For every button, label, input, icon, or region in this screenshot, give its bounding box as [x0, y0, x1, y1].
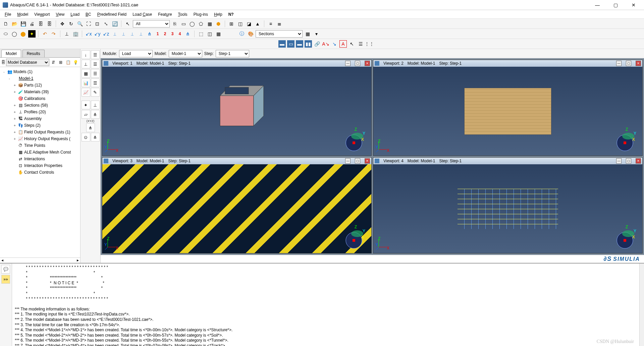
vp-maximize-icon[interactable]: ▢ [355, 158, 360, 164]
amp-edit-icon[interactable]: ✎ [91, 88, 100, 97]
menu-help[interactable]: Help [211, 11, 225, 18]
hidden-icon[interactable]: ◫ [236, 20, 244, 27]
viewport-4[interactable]: Viewport: 4 Model: Model-1 Step: Step-1 … [373, 157, 643, 253]
box2-icon[interactable]: ◫ [206, 30, 213, 38]
tree-node[interactable]: +⊥Profiles (20) [1, 109, 79, 115]
cycle-icon[interactable]: 🔄 [111, 20, 118, 27]
csys-xz-icon[interactable]: ⟂ [120, 30, 127, 38]
vp-minimize-icon[interactable]: — [345, 158, 351, 164]
menu-predefined-field[interactable]: Predefined Field [95, 11, 129, 18]
vp-maximize-icon[interactable]: ▢ [355, 61, 360, 66]
tree-node[interactable]: ⊡Interaction Properties [1, 162, 79, 169]
viewport-2[interactable]: Viewport: 2 Model: Model-1 Step: Step-1 … [373, 60, 643, 156]
message-console[interactable]: * * * * * * * * * * * * * * * * * * * * … [12, 264, 639, 346]
message-tab-icon[interactable]: 💬 [1, 265, 10, 274]
datum-csys-icon[interactable]: ⋔ [91, 110, 100, 119]
cli-tab-icon[interactable]: »» [1, 275, 10, 284]
compass-icon[interactable]: XZY [340, 126, 367, 153]
ellipse1-icon[interactable]: ⬭ [2, 30, 9, 38]
vp-close-icon[interactable]: ✕ [365, 61, 370, 66]
track2-icon[interactable]: ≣ [276, 20, 283, 27]
datum-icon[interactable]: ⊥ [63, 30, 70, 38]
layout-3-icon[interactable]: ▬ [296, 40, 303, 48]
maximize-button[interactable]: ▢ [608, 0, 623, 10]
wireframe-icon[interactable]: ⊞ [228, 20, 235, 27]
tree-node[interactable]: ⇄Interactions [1, 156, 79, 162]
tree-node[interactable]: +📦Parts (12) [1, 82, 79, 89]
load-create-icon[interactable]: ↓ [82, 50, 90, 59]
tree-node[interactable]: -Model-1 [1, 75, 79, 82]
csys2-icon[interactable]: ⋔ [91, 133, 100, 141]
console-scrollbar[interactable] [639, 264, 644, 346]
menu-feature[interactable]: Feature [155, 11, 174, 18]
vp-minimize-icon[interactable]: — [345, 61, 351, 66]
vp-minimize-icon[interactable]: — [616, 158, 622, 164]
tree-node[interactable]: -👥Models (1) [1, 68, 79, 75]
vp-maximize-icon[interactable]: ▢ [626, 158, 631, 164]
expand-all-icon[interactable]: ⊞ [57, 59, 64, 66]
open-icon[interactable]: 📂 [11, 20, 18, 27]
tree-node[interactable]: ⏱Time Points [1, 142, 79, 149]
dropdown-icon[interactable]: ▾ [313, 30, 320, 38]
close-button[interactable]: ✕ [626, 0, 641, 10]
tree-node[interactable]: +👣Steps (2) [1, 122, 79, 129]
redo-icon[interactable]: ↷ [50, 30, 57, 38]
triad2-icon[interactable]: ⋔ [184, 30, 192, 38]
solid-icon[interactable]: ⬢ [215, 20, 222, 27]
vp-maximize-icon[interactable]: ▢ [626, 61, 631, 66]
pan-icon[interactable]: ✥ [59, 20, 66, 27]
tree-node[interactable]: +📋Field Output Requests (1) [1, 129, 79, 135]
link-icon[interactable]: 🔗 [313, 40, 321, 48]
filter-icon[interactable]: 📋 [65, 59, 71, 66]
list-icon[interactable]: ⋮⋮ [366, 40, 373, 48]
perspective-icon[interactable]: ▲ [254, 20, 261, 27]
undo-icon[interactable]: ↶ [41, 30, 49, 38]
tree-node[interactable]: 🎯Calibrations [1, 95, 79, 102]
csys-yz-icon[interactable]: ⟂ [128, 30, 136, 38]
buildings-icon[interactable]: 🏢 [72, 30, 79, 38]
model-db-select[interactable]: Model Database [6, 59, 49, 66]
print-icon[interactable]: 🖨 [28, 20, 36, 27]
fit-icon[interactable]: ⊡ [94, 20, 101, 27]
module-select[interactable]: Load [119, 50, 153, 57]
view-2[interactable]: 2 [162, 32, 168, 36]
tree-node[interactable]: +🧪Materials (39) [1, 89, 79, 95]
compass-icon[interactable]: XZY [340, 224, 367, 250]
ellipse2-icon[interactable]: ◯ [11, 30, 18, 38]
step-select[interactable]: Step-1 [216, 50, 249, 57]
amp-create-icon[interactable]: 📈 [82, 88, 90, 97]
save-icon[interactable]: 💾 [19, 20, 27, 27]
viewport-3[interactable]: Viewport: 3 Model: Model-1 Step: Step-1 … [102, 157, 372, 253]
vp-close-icon[interactable]: ✕ [636, 61, 641, 66]
case-manager-icon[interactable]: ☰ [91, 78, 100, 87]
csys-x-icon[interactable]: ↙x [85, 30, 92, 38]
tree-node[interactable]: +▤Sections (58) [1, 102, 79, 109]
viewport-canvas[interactable]: Z X Y XZY [102, 67, 371, 156]
datum-pt-icon[interactable]: ✦ [82, 101, 90, 109]
vp-close-icon[interactable]: ✕ [365, 158, 370, 164]
context-help-icon[interactable]: N? [226, 11, 236, 18]
highlight-icon[interactable]: 💡 [72, 59, 79, 66]
field-create-icon[interactable]: ▦ [82, 69, 90, 78]
model-tree[interactable]: -👥Models (1)-Model-1+📦Parts (12)+🧪Materi… [0, 67, 80, 257]
menu-bc[interactable]: BC [83, 11, 94, 18]
bc-manager-icon[interactable]: ☰ [91, 60, 100, 68]
menu-plugins[interactable]: Plug-ins [191, 11, 211, 18]
datum-plane-icon[interactable]: ▱ [82, 110, 90, 119]
vp-minimize-icon[interactable]: — [616, 61, 622, 66]
arrow-icon[interactable]: ↘ [331, 40, 338, 48]
viewport-canvas[interactable]: Z X Y XZY [102, 164, 371, 253]
box1-icon[interactable]: ⬚ [197, 30, 205, 38]
pointer-icon[interactable]: ↖ [348, 40, 356, 48]
menu-view[interactable]: View [53, 11, 67, 18]
info-icon[interactable]: ⓘ [238, 30, 246, 38]
zoom-box-icon[interactable]: ⛶ [85, 20, 92, 27]
tab-model[interactable]: Model [1, 50, 21, 57]
partition-icon[interactable]: ⋔ [86, 123, 95, 132]
shaded-icon[interactable]: ◪ [245, 20, 253, 27]
box-select-icon[interactable]: ▭ [180, 20, 187, 27]
csys-zz-icon[interactable]: ⟂ [137, 30, 145, 38]
props-icon[interactable]: ☰ [357, 40, 364, 48]
layout-2-icon[interactable]: ▭ [287, 40, 294, 48]
tree-node[interactable]: ✋Contact Controls [1, 169, 79, 176]
